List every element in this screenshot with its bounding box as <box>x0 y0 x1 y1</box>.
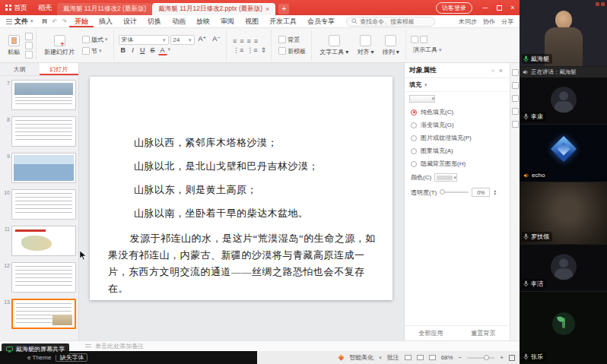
decrease-font-icon[interactable]: A⁻ <box>210 35 223 45</box>
maximize-button[interactable] <box>492 0 506 15</box>
slideshow-view-icon[interactable] <box>429 355 436 360</box>
sync-status[interactable]: 未同步 <box>459 17 477 26</box>
selection-pane-icon[interactable] <box>411 36 418 43</box>
transparency-value[interactable]: 0% <box>472 188 490 197</box>
underline-button[interactable]: U <box>138 46 148 55</box>
properties-tool-icon[interactable] <box>512 69 519 76</box>
new-template-button[interactable]: 新模板 <box>276 46 308 56</box>
slide-thumb-10[interactable]: 10 <box>2 189 76 220</box>
new-slide-button[interactable]: 新建幻灯片 <box>41 34 78 57</box>
bold-button[interactable]: B <box>119 46 129 55</box>
participant-tile[interactable]: echo <box>520 125 607 182</box>
participant-tile[interactable]: 李康 <box>520 78 607 125</box>
zoom-knob[interactable] <box>484 355 489 360</box>
layout-button[interactable]: 版式 ▾ <box>80 35 110 45</box>
participant-tile[interactable]: 罗技领 <box>520 182 607 245</box>
menu-tab-member[interactable]: 会员专享 <box>302 15 340 27</box>
pin-icon[interactable]: ▫ <box>490 67 497 74</box>
comment-button[interactable]: 批注 <box>387 353 399 362</box>
slide-text-block[interactable]: 山脉以西，紧邻库木塔格沙漠； 山脉以北，是北山戈壁和巴丹吉林沙漠； 山脉以东，则… <box>108 136 382 297</box>
slides-tab[interactable]: 幻灯片 <box>40 63 79 75</box>
visitor-login-button[interactable]: 访客登录 <box>436 2 472 14</box>
save-icon[interactable]: 🖪 <box>40 18 50 25</box>
align-tool-button[interactable]: 对齐 ▾ <box>354 34 377 57</box>
arrange-tool-button[interactable]: 排列 ▾ <box>380 34 402 57</box>
file-menu[interactable]: 文件 ▾ <box>0 17 40 27</box>
menu-tab-review[interactable]: 审阅 <box>215 15 240 27</box>
menu-tab-animation[interactable]: 动画 <box>167 15 191 27</box>
format-painter-icon[interactable] <box>25 51 33 59</box>
meeting-controls[interactable] <box>596 2 605 6</box>
italic-button[interactable]: I <box>129 46 137 55</box>
reset-background-button[interactable]: 重置背景 <box>457 329 510 337</box>
number-list-icon[interactable]: ⋮≡ <box>245 46 259 54</box>
fill-option-pattern[interactable]: 图案填充(A) <box>405 144 510 157</box>
bullet-list-icon[interactable]: ⋮≡ <box>231 46 245 54</box>
beautify-button[interactable]: 智能美化 <box>349 353 373 362</box>
slide-thumb-8[interactable]: 8 <box>2 116 76 147</box>
share-button[interactable]: 分享 <box>501 17 513 26</box>
fill-option-gradient[interactable]: 渐变填充(G) <box>405 119 510 131</box>
undo-icon[interactable]: ↶ <box>50 18 60 25</box>
document-tab-2-active[interactable]: 戴海艇 11月12日修改2.pptx (最新版) × <box>152 3 275 15</box>
copy-icon[interactable] <box>25 42 33 49</box>
cut-icon[interactable] <box>25 33 33 40</box>
animation-pane-icon[interactable] <box>512 82 519 89</box>
fill-option-solid[interactable]: 纯色填充(C) <box>405 106 510 119</box>
font-size-select[interactable]: 24 ▾ <box>170 35 195 45</box>
slide-thumb-11[interactable]: 11 <box>2 226 76 256</box>
fill-style-dropdown[interactable]: ▾ <box>409 95 435 103</box>
fill-option-hide-bg[interactable]: 隐藏背景图形(H) <box>405 157 510 170</box>
present-tools-button[interactable]: 演示工具 ▾ <box>411 45 444 55</box>
fill-option-picture[interactable]: 图片或纹理填充(P) <box>405 131 510 144</box>
participant-tile[interactable]: 李洁 <box>520 245 607 292</box>
zoom-value[interactable]: 68% <box>441 354 453 361</box>
outline-tab[interactable]: 大纲 <box>0 63 40 75</box>
sorter-view-icon[interactable] <box>417 355 424 360</box>
slide-thumb-9[interactable]: 9 <box>2 153 76 183</box>
close-panel-icon[interactable]: × <box>497 67 505 74</box>
docer-tab[interactable]: 稻壳 <box>33 0 57 15</box>
transparency-stepper[interactable]: ▲▼ <box>493 189 497 195</box>
slider-knob[interactable] <box>440 189 445 195</box>
zoom-out-button[interactable]: − <box>459 354 462 361</box>
align-center-icon[interactable]: ≡ <box>238 37 245 45</box>
menu-tab-insert[interactable]: 插入 <box>94 15 118 27</box>
slide-canvas-area[interactable]: 山脉以西，紧邻库木塔格沙漠； 山脉以北，是北山戈壁和巴丹吉林沙漠； 山脉以东，则… <box>79 63 404 340</box>
find-replace-icon[interactable] <box>420 36 427 43</box>
menu-tab-home[interactable]: 开始 <box>69 15 94 27</box>
search-input[interactable] <box>360 18 430 25</box>
slide[interactable]: 山脉以西，紧邻库木塔格沙漠； 山脉以北，是北山戈壁和巴丹吉林沙漠； 山脉以东，则… <box>90 77 392 300</box>
line-spacing-icon[interactable]: ⇕ <box>259 46 269 54</box>
tab-close-icon[interactable]: × <box>265 5 269 13</box>
zoom-slider[interactable] <box>467 357 494 359</box>
color-dropdown[interactable]: ▾ <box>434 173 457 182</box>
slide-thumb-7[interactable]: 7 <box>2 80 76 110</box>
text-tool-button[interactable]: 文字工具 ▾ <box>316 34 351 57</box>
close-button[interactable]: × <box>506 0 520 15</box>
zoom-in-button[interactable]: + <box>500 354 504 361</box>
participant-tile[interactable]: 张乐 <box>520 292 607 364</box>
transparency-slider[interactable] <box>440 191 469 193</box>
font-color-button[interactable]: A <box>158 46 167 55</box>
collab-button[interactable]: 协作 <box>483 17 495 26</box>
apply-all-button[interactable]: 全部应用 <box>405 329 457 337</box>
normal-view-icon[interactable] <box>405 355 412 360</box>
fill-section-header[interactable]: 填充 ▾ <box>405 78 510 92</box>
justify-icon[interactable]: ≡ <box>253 37 259 45</box>
new-tab-button[interactable]: + <box>278 4 289 14</box>
font-name-select[interactable]: 宋体 ▾ <box>119 35 169 45</box>
menu-tab-transition[interactable]: 切换 <box>142 15 167 27</box>
menu-tab-slideshow[interactable]: 放映 <box>191 15 215 27</box>
menu-tab-design[interactable]: 设计 <box>118 15 142 27</box>
increase-font-icon[interactable]: A⁺ <box>196 35 209 45</box>
document-tab-1[interactable]: 戴海艇 11月11修改2 (最新版) <box>57 3 152 15</box>
help-pane-icon[interactable] <box>512 121 519 128</box>
command-search[interactable] <box>346 17 435 27</box>
align-left-icon[interactable]: ≡ <box>231 37 238 45</box>
strikethrough-button[interactable]: S <box>148 46 157 55</box>
slide-thumb-13-selected[interactable]: 13 <box>2 299 76 329</box>
redo-icon[interactable]: ↷ <box>59 18 69 25</box>
selection-pane-icon[interactable] <box>512 108 519 115</box>
notes-bar[interactable]: 单击此处添加备注 <box>0 340 520 351</box>
